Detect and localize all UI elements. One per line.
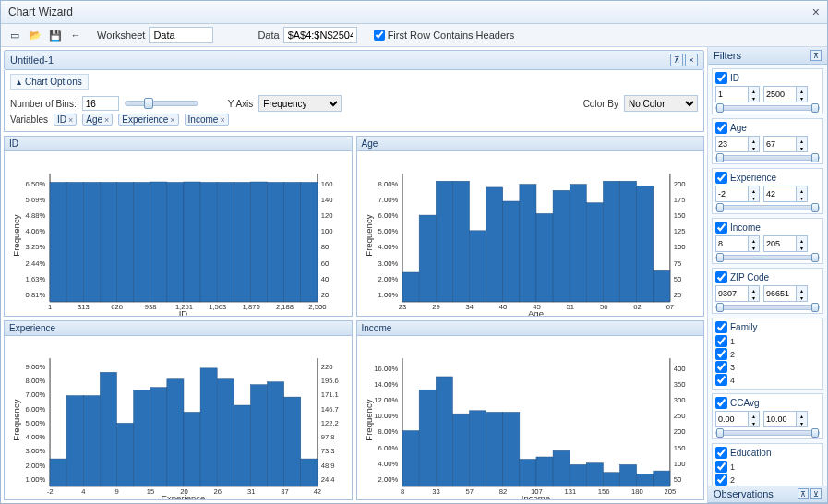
svg-rect-76 (570, 185, 586, 302)
filter-ccavg-max[interactable]: ▴▾ (763, 411, 808, 427)
first-row-headers-checkbox[interactable]: First Row Contains Headers (374, 30, 515, 41)
svg-text:250: 250 (673, 412, 685, 420)
document-tab[interactable]: Untitled-1 ⊼ × (4, 50, 704, 70)
filter-id-slider[interactable] (715, 105, 820, 111)
svg-rect-35 (301, 182, 318, 301)
filter-age-max[interactable]: ▴▾ (763, 136, 808, 152)
filter-id-checkbox[interactable] (715, 72, 727, 84)
svg-text:6.50%: 6.50% (26, 180, 46, 188)
filter-inc-checkbox[interactable] (715, 222, 727, 234)
filter-family-checkbox[interactable] (715, 321, 727, 333)
open-icon[interactable]: 📂 (27, 27, 43, 43)
svg-text:56: 56 (599, 303, 607, 311)
family-opt-1[interactable]: 1 (715, 335, 820, 347)
svg-rect-21 (66, 182, 83, 301)
svg-text:4.00%: 4.00% (378, 243, 398, 251)
filter-exp-slider[interactable] (715, 205, 820, 210)
filters-panel: Filters ⊼ ID ▴▾ ▴▾ Age ▴▾ ▴▾ (707, 47, 827, 503)
filter-inc-slider[interactable] (715, 255, 820, 260)
tab-label: Untitled-1 (10, 54, 54, 66)
filter-exp-checkbox[interactable] (715, 172, 727, 184)
bins-label: Number of Bins: (10, 99, 77, 109)
filter-ccavg-min[interactable]: ▴▾ (715, 411, 760, 427)
svg-rect-69 (452, 181, 469, 302)
svg-text:25: 25 (673, 291, 681, 299)
filter-edu-checkbox[interactable] (715, 447, 727, 459)
svg-text:8.00%: 8.00% (378, 180, 398, 188)
collapse-obs-icon[interactable]: ⊼ (798, 488, 809, 499)
filter-zip-min[interactable]: ▴▾ (715, 285, 760, 302)
svg-rect-71 (486, 187, 502, 302)
svg-text:Income: Income (521, 493, 549, 500)
filter-ccavg-checkbox[interactable] (715, 397, 727, 409)
colorby-select[interactable]: No Color (624, 95, 698, 112)
observations-header[interactable]: Observations ⊼ ⊻ (708, 486, 827, 503)
filter-zip-checkbox[interactable] (715, 271, 727, 283)
filter-experience: Experience ▴▾ ▴▾ (712, 168, 823, 214)
new-icon[interactable]: ▭ (6, 27, 23, 43)
filter-id-min[interactable]: ▴▾ (715, 86, 760, 102)
filter-id-max[interactable]: ▴▾ (763, 86, 808, 102)
svg-rect-171 (586, 462, 603, 486)
family-opt-4[interactable]: 4 (715, 374, 820, 386)
bins-input[interactable] (82, 96, 119, 111)
back-icon[interactable]: ← (67, 27, 84, 43)
svg-text:82: 82 (498, 487, 507, 496)
close-tab-icon[interactable]: × (685, 54, 698, 66)
filter-inc-min[interactable]: ▴▾ (715, 235, 760, 252)
family-opt-2[interactable]: 2 (715, 348, 820, 360)
yaxis-select[interactable]: Frequency (258, 95, 342, 112)
svg-rect-164 (469, 410, 486, 486)
filter-age-min[interactable]: ▴▾ (715, 136, 760, 152)
svg-text:938: 938 (145, 303, 157, 311)
filter-zip: ZIP Code ▴▾ ▴▾ (712, 268, 823, 314)
bins-slider[interactable] (125, 101, 198, 106)
chip-id[interactable]: ID× (54, 114, 77, 126)
svg-text:26: 26 (214, 487, 222, 496)
chart-options-toggle[interactable]: ▴ Chart Options (10, 74, 89, 90)
chip-age[interactable]: Age× (82, 114, 113, 126)
svg-text:7.00%: 7.00% (26, 390, 46, 399)
filter-ccavg-slider[interactable] (715, 430, 820, 436)
close-icon[interactable]: × (812, 5, 820, 19)
filter-age-slider[interactable] (715, 155, 820, 161)
family-opt-3[interactable]: 3 (715, 361, 820, 373)
filter-inc-max[interactable]: ▴▾ (763, 235, 808, 252)
worksheet-input[interactable] (149, 27, 213, 43)
svg-rect-25 (134, 182, 150, 301)
svg-text:33: 33 (432, 487, 440, 496)
svg-text:Age: Age (527, 308, 543, 316)
svg-rect-34 (284, 182, 301, 301)
collapse-icon[interactable]: ⊼ (670, 54, 683, 66)
remove-chip-icon: × (220, 115, 224, 125)
svg-text:12.00%: 12.00% (374, 395, 398, 403)
filter-zip-max[interactable]: ▴▾ (763, 285, 808, 302)
filter-zip-slider[interactable] (715, 305, 820, 310)
collapse-filters-icon[interactable]: ⊼ (810, 50, 822, 61)
svg-rect-163 (452, 414, 469, 486)
svg-text:1.63%: 1.63% (26, 275, 46, 283)
svg-rect-66 (402, 272, 419, 302)
svg-rect-75 (553, 190, 570, 302)
svg-text:4.88%: 4.88% (26, 211, 46, 220)
chip-experience[interactable]: Experience× (118, 114, 178, 126)
chip-income[interactable]: Income× (185, 114, 229, 126)
expand-obs-icon[interactable]: ⊻ (810, 488, 822, 499)
edu-opt-1[interactable]: 1 (715, 461, 820, 473)
edu-opt-2[interactable]: 2 (715, 474, 820, 486)
chart-title: Age (357, 137, 704, 151)
svg-rect-175 (653, 471, 669, 486)
data-range-input[interactable] (283, 27, 357, 43)
svg-rect-174 (636, 474, 653, 486)
svg-text:140: 140 (321, 196, 333, 204)
svg-rect-160 (402, 430, 419, 486)
filter-age-checkbox[interactable] (715, 122, 727, 134)
chart-title: Experience (5, 321, 352, 336)
filter-exp-max[interactable]: ▴▾ (763, 186, 808, 202)
filter-exp-min[interactable]: ▴▾ (715, 186, 760, 202)
svg-text:9.00%: 9.00% (26, 362, 46, 370)
save-icon[interactable]: 💾 (47, 27, 64, 43)
filter-age: Age ▴▾ ▴▾ (712, 118, 823, 164)
svg-text:122.2: 122.2 (321, 418, 339, 426)
svg-text:60: 60 (321, 259, 330, 268)
